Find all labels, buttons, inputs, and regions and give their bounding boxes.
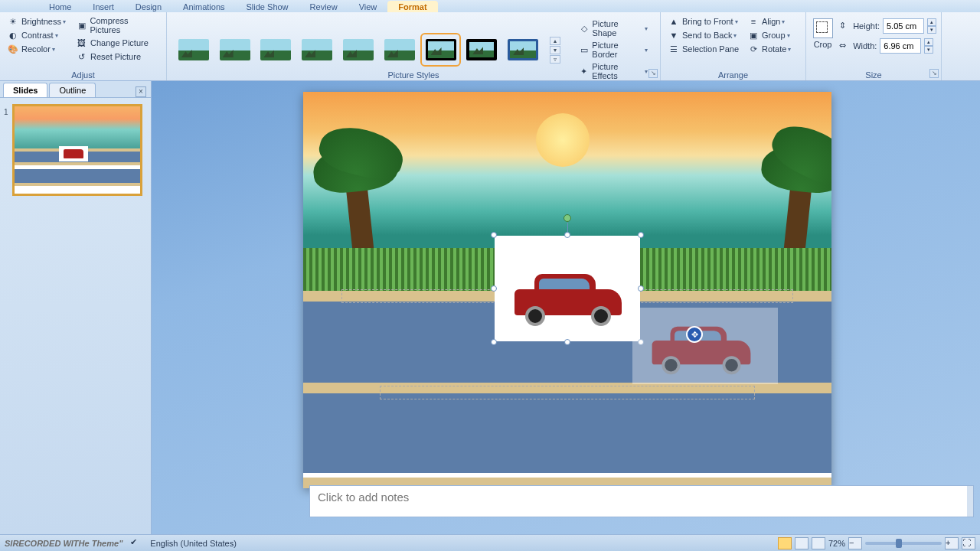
bring-front-icon: ▲	[668, 16, 679, 27]
zoom-value: 72%	[828, 539, 845, 548]
resize-handle-mr[interactable]	[638, 285, 644, 292]
zoom-out-button[interactable]: −	[848, 537, 862, 549]
recolor-button[interactable]: 🎨Recolor▾	[5, 43, 69, 55]
width-down[interactable]: ▾	[924, 46, 933, 54]
picture-style-3[interactable]	[259, 36, 294, 64]
gallery-up-icon[interactable]: ▴	[550, 37, 560, 45]
contrast-icon: ◐	[8, 30, 18, 41]
group-picture-styles: ▴▾▿ ◇Picture Shape▾ ▭Picture Border▾ ✦Pi…	[167, 12, 661, 80]
spellcheck-icon[interactable]: ✔	[130, 537, 142, 549]
tab-home[interactable]: Home	[38, 1, 82, 12]
slide-thumb-1[interactable]: 1	[12, 104, 142, 196]
bring-to-front-button[interactable]: ▲Bring to Front▾	[665, 15, 742, 28]
slide-canvas-area[interactable]: ✥ Click to add notes	[152, 81, 980, 534]
picture-style-4[interactable]	[299, 36, 335, 64]
pane-close-button[interactable]: ×	[136, 86, 146, 97]
width-input[interactable]	[880, 38, 921, 54]
picture-style-9[interactable]	[505, 36, 541, 64]
notes-scrollbar[interactable]	[967, 486, 973, 517]
group-size: Crop ⇕ Height: ▴▾ ⇔ Width: ▴▾	[806, 12, 942, 80]
resize-handle-bm[interactable]	[564, 339, 570, 345]
reset-picture-button[interactable]: ↺Reset Picture	[74, 51, 162, 63]
selection-pane-button[interactable]: ☰Selection Pane	[665, 43, 742, 55]
notes-pane[interactable]: Click to add notes	[309, 485, 974, 517]
tab-format[interactable]: Format	[387, 1, 437, 12]
crop-icon	[813, 18, 833, 38]
picture-shape-icon: ◇	[579, 23, 589, 34]
tab-design[interactable]: Design	[125, 1, 172, 12]
picture-style-8[interactable]	[464, 36, 499, 64]
compress-icon: ▣	[77, 20, 87, 31]
pane-tab-slides[interactable]: Slides	[3, 83, 47, 97]
zoom-in-button[interactable]: +	[945, 537, 959, 549]
picture-style-1[interactable]	[176, 36, 211, 64]
style-gallery-scroll[interactable]: ▴▾▿	[550, 37, 560, 64]
status-theme: SIRECORDED WITHe Theme"	[5, 539, 122, 548]
drag-preview	[632, 308, 778, 384]
reset-picture-icon: ↺	[77, 51, 87, 62]
car-icon	[514, 272, 622, 326]
rotate-handle[interactable]	[564, 214, 571, 222]
crop-button[interactable]: Crop	[811, 18, 835, 49]
pane-tab-outline[interactable]: Outline	[49, 83, 96, 97]
height-label: Height:	[853, 21, 880, 31]
group-label-size: Size	[806, 70, 941, 80]
slides-pane: Slides Outline × 1	[0, 81, 152, 534]
slide-canvas[interactable]: ✥	[303, 92, 831, 488]
resize-handle-bl[interactable]	[491, 339, 497, 345]
move-cursor-icon: ✥	[688, 328, 701, 341]
group-label-styles: Picture Styles	[167, 70, 660, 80]
menu-tabs: Home Insert Design Animations Slide Show…	[0, 0, 980, 12]
contrast-button[interactable]: ◐Contrast▾	[5, 29, 69, 41]
picture-style-6[interactable]	[382, 36, 417, 64]
width-icon: ⇔	[839, 41, 850, 51]
tab-insert[interactable]: Insert	[82, 1, 125, 12]
gallery-down-icon[interactable]: ▾	[550, 46, 560, 54]
height-up[interactable]: ▴	[927, 18, 936, 26]
tab-review[interactable]: Review	[299, 1, 348, 12]
change-picture-button[interactable]: 🖼Change Picture	[74, 37, 162, 49]
picture-style-5[interactable]	[341, 36, 376, 64]
recolor-icon: 🎨	[8, 44, 18, 54]
group-arrange: ▲Bring to Front▾ ▼Send to Back▾ ☰Selecti…	[661, 12, 806, 80]
group-button[interactable]: ▣Group▾	[745, 29, 794, 41]
height-down[interactable]: ▾	[927, 26, 936, 34]
placeholder-guide-2	[380, 386, 755, 399]
zoom-thumb[interactable]	[896, 539, 902, 548]
tab-view[interactable]: View	[348, 1, 388, 12]
selection-pane-icon: ☰	[668, 44, 679, 54]
resize-handle-tr[interactable]	[638, 232, 644, 238]
size-launcher[interactable]: ↘	[929, 69, 939, 78]
workspace: Slides Outline × 1	[0, 81, 980, 534]
picture-border-button[interactable]: ▭Picture Border▾	[576, 40, 651, 60]
resize-handle-tm[interactable]	[564, 232, 570, 238]
picture-style-2[interactable]	[217, 36, 253, 64]
selected-picture-car[interactable]	[495, 236, 640, 341]
height-input[interactable]	[883, 18, 924, 34]
send-to-back-button[interactable]: ▼Send to Back▾	[665, 29, 742, 41]
view-sorter-button[interactable]	[795, 537, 808, 549]
tab-slideshow[interactable]: Slide Show	[236, 1, 299, 12]
resize-handle-ml[interactable]	[491, 285, 497, 292]
status-bar: SIRECORDED WITHe Theme" ✔ English (Unite…	[0, 534, 980, 551]
width-up[interactable]: ▴	[924, 38, 933, 46]
zoom-fit-button[interactable]: ⛶	[962, 537, 975, 549]
gallery-more-icon[interactable]: ▿	[550, 55, 560, 64]
align-icon: ≡	[748, 16, 759, 27]
status-language[interactable]: English (United States)	[150, 539, 237, 548]
brightness-button[interactable]: ☀Brightness▾	[5, 15, 69, 28]
resize-handle-tl[interactable]	[491, 232, 497, 238]
group-icon: ▣	[748, 30, 759, 41]
tab-animations[interactable]: Animations	[172, 1, 235, 12]
rotate-button[interactable]: ⟳Rotate▾	[745, 43, 794, 55]
view-slideshow-button[interactable]	[812, 537, 825, 549]
notes-placeholder: Click to add notes	[318, 491, 409, 504]
ribbon: ☀Brightness▾ ◐Contrast▾ 🎨Recolor▾ ▣Compr…	[0, 12, 980, 81]
zoom-slider[interactable]	[865, 542, 942, 545]
align-button[interactable]: ≡Align▾	[745, 15, 794, 28]
picture-shape-button[interactable]: ◇Picture Shape▾	[576, 18, 651, 38]
compress-button[interactable]: ▣Compress Pictures	[74, 15, 162, 35]
styles-launcher[interactable]: ↘	[648, 69, 658, 78]
picture-style-7[interactable]	[423, 36, 459, 64]
view-normal-button[interactable]	[778, 537, 792, 549]
